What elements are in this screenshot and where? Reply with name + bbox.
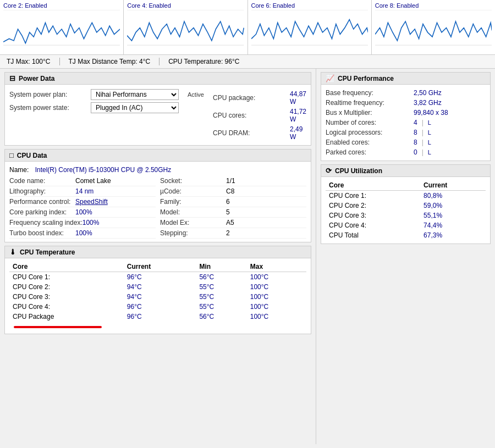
family-label: Family: [160, 198, 226, 206]
power-plan-select[interactable]: Nihai Performans [91, 89, 179, 100]
cpu-data-section: □ CPU Data Name: Intel(R) Core(TM) i5-10… [4, 149, 311, 242]
power-data-title: Power Data [19, 75, 54, 82]
temp-max: 100°C [247, 302, 306, 312]
turbo-boost-label: Turbo boost index: [9, 229, 75, 237]
num-cores-row: Number of cores: 4 | L [326, 118, 486, 128]
cpu-name-row: Name: Intel(R) Core(TM) i5-10300H CPU @ … [9, 165, 306, 176]
model-label: Model: [160, 208, 226, 216]
util-icon: ⟳ [326, 167, 332, 175]
family-row: Family: 6 [160, 197, 306, 207]
model-row: Model: 5 [160, 207, 306, 218]
bus-mult-value: 99,840 x 38 [414, 109, 448, 117]
cpu-temp-header: 🌡 CPU Temperature [5, 246, 311, 258]
power-state-label: System power state: [9, 104, 86, 112]
temp-col-max: Max [247, 262, 306, 272]
freq-scaling-row: Frequency scaling index: 100% [9, 218, 156, 228]
num-cores-value: 4 [414, 119, 417, 126]
code-name-row: Code name: Comet Lake [9, 176, 156, 186]
util-table: Core Current CPU Core 1: 80,8%CPU Core 2… [326, 180, 486, 240]
cpu-dram-label: CPU DRAM: [213, 129, 290, 137]
temp-core: CPU Package [9, 312, 124, 322]
ucode-row: µCode: C8 [160, 186, 306, 197]
cpu-cores-value: 41,72 W [290, 108, 306, 123]
ucode-label: µCode: [160, 187, 226, 195]
code-name-value: Comet Lake [75, 177, 111, 185]
temp-col-min: Min [196, 262, 246, 272]
perf-control-row: Performance control: SpeedShift [9, 197, 156, 207]
graph-core2-title: Core 2: Enabled [3, 2, 120, 9]
cpu-package-value: 44,87 W [290, 90, 306, 106]
cpu-perf-section: 📈 CPU Performance Base frequency: 2,50 G… [321, 72, 491, 161]
temp-core: CPU Core 3: [9, 292, 124, 302]
temp-table-row: CPU Core 4: 96°C 55°C 100°C [9, 302, 306, 312]
temp-max: 100°C [247, 312, 306, 322]
graph-core4-title: Core 4: Enabled [127, 2, 244, 9]
power-data-header: ⊟ Power Data [5, 73, 311, 85]
cpu-util-title: CPU Utilization [335, 167, 382, 175]
stepping-value: 2 [226, 229, 230, 237]
parked-cores-extra: L [428, 149, 431, 156]
parked-cores-row: Parked cores: 0 | L [326, 147, 486, 157]
stepping-row: Stepping: 2 [160, 228, 306, 239]
power-plan-label: System power plan: [9, 91, 86, 98]
util-current: 59,0% [420, 201, 486, 211]
logical-proc-extra: L [428, 129, 431, 136]
lithography-value: 14 nm [75, 187, 94, 195]
util-core: CPU Core 3: [326, 211, 420, 220]
power-state-select[interactable]: Plugged In (AC) [91, 102, 179, 113]
graph-core4: Core 4: Enabled [124, 0, 248, 54]
ucode-value: C8 [226, 187, 234, 195]
socket-value: 1/1 [226, 177, 235, 185]
logical-proc-sep: | [422, 129, 424, 136]
perf-icon: 📈 [326, 74, 334, 82]
cpu-util-section: ⟳ CPU Utilization Core Current CPU Core … [321, 164, 491, 244]
temp-max: 100°C [247, 282, 306, 292]
util-col-current: Current [420, 180, 486, 191]
model-ex-value: A5 [226, 219, 234, 226]
temp-min: 55°C [196, 292, 246, 302]
power-plan-row: System power plan: Nihai Performans Acti… [9, 88, 204, 101]
cpu-name-label: Name: [9, 166, 29, 174]
left-panel: ⊟ Power Data System power plan: Nihai Pe… [0, 69, 316, 444]
power-data-section: ⊟ Power Data System power plan: Nihai Pe… [4, 72, 311, 146]
util-table-row: CPU Core 1: 80,8% [326, 191, 486, 201]
realtime-freq-value: 3,82 GHz [414, 99, 442, 107]
top-graphs-section: Core 2: Enabled Core 4: Enabled Core 6: … [0, 0, 495, 55]
cpu-data-body: Name: Intel(R) Core(TM) i5-10300H CPU @ … [5, 162, 311, 242]
util-table-header: Core Current [326, 180, 486, 191]
right-panel: 📈 CPU Performance Base frequency: 2,50 G… [316, 69, 495, 444]
enabled-cores-extra: L [428, 139, 431, 146]
active-badge: Active [188, 91, 204, 98]
temp-current: 96°C [124, 312, 196, 322]
num-cores-label: Number of cores: [326, 119, 414, 126]
core-parking-label: Core parking index: [9, 208, 75, 216]
cpu-data-header: □ CPU Data [5, 150, 311, 162]
bus-mult-row: Bus x Multiplier: 99,840 x 38 [326, 108, 486, 118]
lithography-row: Lithography: 14 nm [9, 186, 156, 197]
temp-table-header: Core Current Min Max [9, 262, 306, 272]
temp-table-row: CPU Core 3: 94°C 55°C 100°C [9, 292, 306, 302]
perf-control-value: SpeedShift [75, 198, 108, 206]
core-parking-value: 100% [75, 208, 92, 216]
cpu-temp-body: Core Current Min Max CPU Core 1: 96°C 56… [5, 258, 311, 334]
temp-current: 94°C [124, 292, 196, 302]
temp-table-row: CPU Core 2: 94°C 55°C 100°C [9, 282, 306, 292]
cpu-package-label: CPU package: [213, 94, 290, 102]
enabled-cores-sep: | [422, 139, 424, 146]
power-state-row: System power state: Plugged In (AC) [9, 101, 204, 114]
util-core: CPU Core 2: [326, 201, 420, 211]
temp-current: 96°C [124, 272, 196, 283]
cpu-name-value: Intel(R) Core(TM) i5-10300H CPU @ 2.50GH… [35, 166, 172, 174]
cpu-data-title: CPU Data [17, 152, 47, 159]
enabled-cores-row: Enabled cores: 8 | L [326, 137, 486, 147]
temp-table: Core Current Min Max CPU Core 1: 96°C 56… [9, 262, 306, 322]
cpu-temp-title: CPU Temperature [20, 248, 75, 256]
util-core: CPU Core 1: [326, 191, 420, 201]
red-underline [14, 326, 102, 328]
temp-core: CPU Core 1: [9, 272, 124, 283]
cpu-perf-title: CPU Performance [338, 75, 394, 82]
temp-max: 100°C [247, 292, 306, 302]
util-table-row: CPU Core 4: 74,4% [326, 220, 486, 230]
base-freq-label: Base frequency: [326, 89, 414, 97]
temp-min: 55°C [196, 302, 246, 312]
